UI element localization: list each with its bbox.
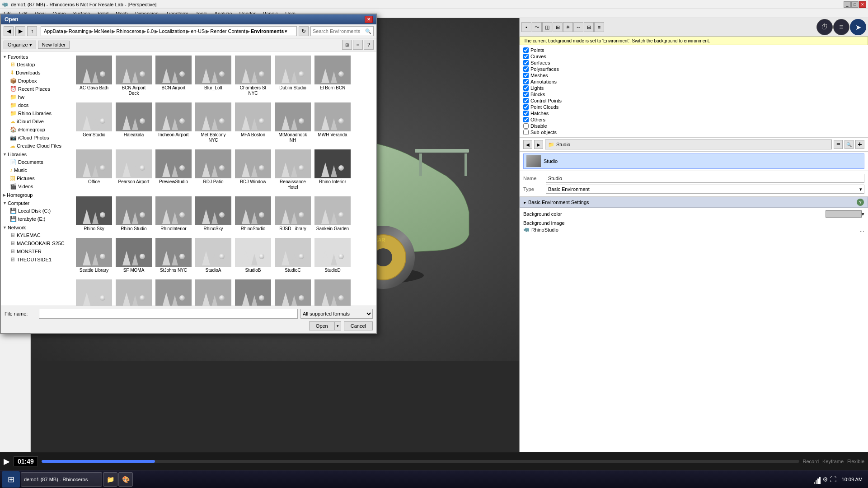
- check-lights[interactable]: Lights: [523, 85, 864, 91]
- lib-music[interactable]: ♪Music: [8, 166, 73, 174]
- check-curves[interactable]: Curves: [523, 53, 864, 60]
- bg-image-ellipsis[interactable]: …: [859, 227, 864, 232]
- breadcrumb-rhinoceros[interactable]: Rhinoceros: [116, 28, 141, 34]
- props-icon-curves[interactable]: 〜: [532, 22, 542, 32]
- lib-videos[interactable]: 🎬Videos: [8, 182, 73, 191]
- file-item[interactable]: Haleakala: [115, 100, 153, 145]
- file-item[interactable]: StudioD: [314, 236, 352, 275]
- drive-c[interactable]: 💾Local Disk (C:): [8, 207, 73, 215]
- check-hatches[interactable]: Hatches: [523, 110, 864, 116]
- open-dropdown-btn[interactable]: ▾: [335, 321, 341, 330]
- net-theoutside[interactable]: 🖥THEOUTSIDE1: [8, 256, 73, 264]
- favorites-icloud-photos[interactable]: 📷iCloud Photos: [8, 134, 73, 142]
- props-icon-light[interactable]: ☀: [563, 22, 573, 32]
- name-input[interactable]: [546, 174, 864, 183]
- fullscreen-icon[interactable]: ⛶: [830, 476, 836, 483]
- file-item[interactable]: RDJ Window: [234, 147, 272, 192]
- check-points[interactable]: Points: [523, 47, 864, 53]
- props-icon-mesh[interactable]: ⊞: [553, 22, 563, 32]
- file-item[interactable]: StudioA: [194, 236, 232, 275]
- filename-input[interactable]: [39, 309, 298, 319]
- favorites-header[interactable]: ▼ Favorites: [1, 53, 73, 60]
- filetype-select[interactable]: All supported formats: [300, 309, 373, 319]
- nav-forward[interactable]: ▶: [15, 26, 25, 36]
- bg-color-dropdown[interactable]: ▾: [862, 211, 864, 217]
- check-blocks[interactable]: Blocks: [523, 91, 864, 98]
- env-back-btn[interactable]: ◀: [523, 140, 532, 149]
- file-item[interactable]: Rhino Interior: [314, 147, 352, 192]
- taskbar-start-btn[interactable]: ⊞: [2, 471, 20, 488]
- env-selected[interactable]: Studio: [520, 152, 868, 171]
- check-meshes[interactable]: Meshes: [523, 72, 864, 79]
- favorites-creative-cloud[interactable]: ☁Creative Cloud Files: [8, 142, 73, 150]
- env-add-btn[interactable]: +: [855, 140, 864, 149]
- taskbar-rhino[interactable]: demo1 (87 MB) - Rhinoceros: [21, 472, 102, 487]
- check-sub-objects[interactable]: Sub-objects: [523, 129, 864, 135]
- view-btn-2[interactable]: ≡: [353, 40, 363, 50]
- file-item[interactable]: PreviewStudio: [155, 147, 192, 192]
- env-list-view-btn[interactable]: ☰: [834, 140, 843, 149]
- bg-color-swatch[interactable]: [826, 210, 862, 218]
- lib-pictures[interactable]: 🖼Pictures: [8, 174, 73, 182]
- net-kylemac[interactable]: 🖥KYLEMAC: [8, 231, 73, 239]
- breadcrumb-localization[interactable]: Localization: [159, 28, 185, 34]
- props-icon-send[interactable]: ➤: [850, 19, 866, 35]
- file-item[interactable]: RJSD Library: [274, 194, 312, 234]
- net-monster[interactable]: 🖥MONSTER: [8, 247, 73, 256]
- breadcrumb-appdata[interactable]: AppData: [44, 28, 63, 34]
- file-item[interactable]: Blur_Loft: [194, 53, 232, 98]
- file-item[interactable]: SF MOMA: [115, 236, 153, 275]
- file-item[interactable]: AC Gava Bath: [75, 53, 113, 98]
- file-item[interactable]: Met Balcony NYC: [194, 100, 232, 145]
- minimize-btn[interactable]: _: [844, 1, 851, 8]
- lib-documents[interactable]: 📄Documents: [8, 158, 73, 166]
- props-icon-layers[interactable]: ≡: [833, 19, 849, 35]
- props-icon-points[interactable]: •: [521, 22, 531, 32]
- check-point-clouds[interactable]: Point Clouds: [523, 104, 864, 110]
- open-btn[interactable]: Open: [309, 321, 335, 330]
- file-item[interactable]: file2: [314, 277, 352, 306]
- check-others[interactable]: Others: [523, 116, 864, 123]
- basic-env-help-icon[interactable]: ?: [857, 199, 864, 206]
- view-btn-1[interactable]: ⊞: [342, 40, 352, 50]
- file-grid[interactable]: AC Gava Bath BCN Airport Deck BCN Airpor…: [73, 51, 376, 306]
- file-item[interactable]: El Born BCN: [314, 53, 352, 98]
- file-item[interactable]: StudioB: [234, 236, 272, 275]
- file-item[interactable]: RDJ Patio: [194, 147, 232, 192]
- file-item[interactable]: MWH Veranda: [314, 100, 352, 145]
- maximize-btn[interactable]: □: [851, 1, 859, 8]
- props-icon-render-time[interactable]: ⏱: [816, 19, 833, 35]
- props-icon-surface[interactable]: ◫: [542, 22, 552, 32]
- type-dropdown[interactable]: Basic Environment ▾: [546, 185, 864, 194]
- props-icon-block[interactable]: ⊞: [584, 22, 594, 32]
- file-item[interactable]: Rhino Sky: [75, 194, 113, 234]
- file-item[interactable]: RhinoSky: [194, 194, 232, 234]
- close-btn[interactable]: ✕: [859, 1, 866, 8]
- file-item[interactable]: Renaissance Hotel: [274, 147, 312, 192]
- favorites-desktop[interactable]: 🖥Desktop: [8, 60, 73, 69]
- cancel-btn[interactable]: Cancel: [344, 321, 373, 330]
- breadcrumb-60[interactable]: 6.0: [147, 28, 154, 34]
- taskbar-item-3[interactable]: 🎨: [118, 472, 133, 487]
- nav-up[interactable]: ↑: [27, 26, 37, 36]
- view-help-btn[interactable]: ?: [364, 40, 374, 50]
- file-item[interactable]: Pearson Airport: [115, 147, 153, 192]
- breadcrumb-roaming[interactable]: Roaming: [69, 28, 89, 34]
- breadcrumb-enus[interactable]: en-US: [191, 28, 205, 34]
- check-annotations[interactable]: Annotations: [523, 79, 864, 85]
- drive-e[interactable]: 💾terabyte (E:): [8, 215, 73, 223]
- play-button[interactable]: ▶: [4, 456, 10, 466]
- props-icon-dim[interactable]: ↔: [573, 22, 583, 32]
- organize-btn[interactable]: Organize ▾: [4, 41, 36, 49]
- net-macbook[interactable]: 🖥MACBOOKAIR-S25C: [8, 239, 73, 247]
- file-item[interactable]: StudioC: [274, 236, 312, 275]
- file-item[interactable]: MFA Boston: [234, 100, 272, 145]
- check-polysurfaces[interactable]: Polysurfaces: [523, 66, 864, 72]
- breadcrumb-render-content[interactable]: Render Content: [210, 28, 245, 34]
- favorites-downloads[interactable]: ⬇Downloads: [8, 69, 73, 77]
- file-item[interactable]: RhinoStudio: [234, 194, 272, 234]
- breadcrumb-mcneel[interactable]: McNeel: [94, 28, 111, 34]
- settings-icon[interactable]: ⚙: [822, 476, 828, 483]
- taskbar-item-2[interactable]: 📁: [103, 472, 117, 487]
- file-item[interactable]: StudioH: [194, 277, 232, 306]
